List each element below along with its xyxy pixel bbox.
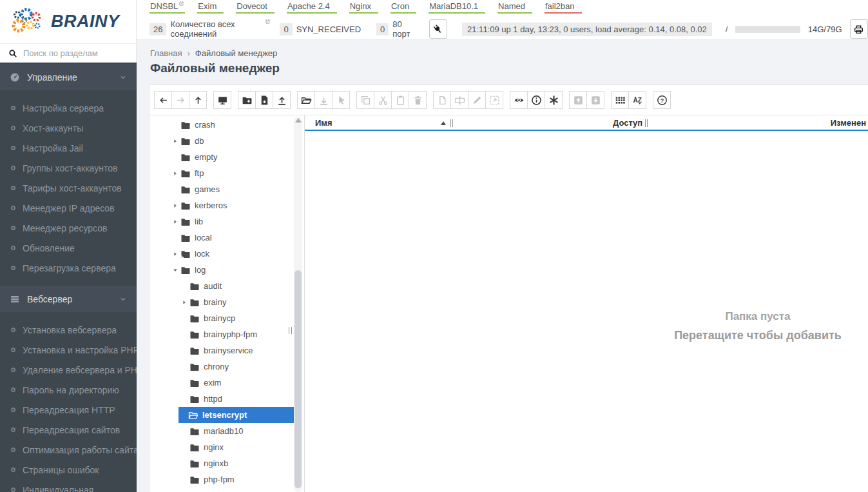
tree-item[interactable]: chrony	[149, 359, 304, 375]
column-header-modified[interactable]: Изменен	[831, 118, 866, 128]
panel-resize-handle[interactable]	[289, 327, 292, 334]
scrollbar-thumb[interactable]	[294, 270, 302, 488]
view-button[interactable]	[510, 91, 528, 109]
duplicate-button[interactable]	[433, 91, 451, 109]
column-header-name[interactable]: Имя	[315, 118, 333, 128]
service-link[interactable]: Nginx	[349, 1, 378, 14]
info-button[interactable]	[527, 91, 545, 109]
upload-button[interactable]	[273, 91, 291, 109]
connections-button[interactable]	[429, 19, 447, 39]
tree-item[interactable]: mariadb10	[149, 423, 304, 439]
copy-button[interactable]	[356, 91, 374, 109]
sidebar-section-webserver[interactable]: Вебсервер	[0, 286, 137, 312]
up-button[interactable]	[189, 91, 207, 109]
sidebar-item[interactable]: Удаление вебсервера и PHP	[0, 360, 137, 380]
tree-item[interactable]: brainyphp-fpm	[149, 326, 304, 342]
tree-item[interactable]: httpd	[149, 391, 304, 407]
tree-item[interactable]: exim	[149, 375, 304, 391]
download-button[interactable]	[314, 91, 333, 109]
service-link[interactable]: Exim	[197, 1, 224, 14]
expand-icon[interactable]	[172, 202, 180, 209]
tree-item[interactable]: brainycp	[149, 310, 304, 326]
delete-button[interactable]	[409, 91, 427, 109]
tree-item[interactable]: nginxb	[149, 455, 304, 471]
sidebar-item[interactable]: Пароль на директорию	[0, 380, 137, 400]
sidebar-item[interactable]: Переадресация HTTP	[0, 400, 137, 420]
tree-item[interactable]: audit	[149, 278, 304, 294]
sidebar-item[interactable]: Тарифы хост-аккаунтов	[0, 178, 137, 198]
permissions-button[interactable]	[545, 91, 563, 109]
tree-item[interactable]: local	[149, 230, 304, 246]
tree-item[interactable]: ftp	[149, 165, 304, 181]
tree-item[interactable]: db	[149, 133, 304, 149]
disk-report-button[interactable]	[850, 19, 868, 39]
search-input[interactable]	[23, 48, 128, 58]
sort-button[interactable]: AZ	[628, 91, 646, 109]
expand-icon[interactable]	[172, 251, 180, 257]
service-link[interactable]: fail2ban	[545, 1, 582, 14]
sidebar-item[interactable]: Оптимизация работы сайта	[0, 440, 137, 460]
sidebar-item[interactable]: Обновление	[0, 238, 137, 258]
service-link[interactable]: MariaDB10.1	[429, 1, 485, 14]
column-resize-handle[interactable]	[645, 119, 648, 127]
column-resize-handle[interactable]	[450, 119, 453, 127]
service-link[interactable]: DNSBL	[149, 1, 185, 14]
archive-button[interactable]	[569, 91, 587, 109]
tree-item[interactable]: games	[149, 181, 304, 197]
stat-badge[interactable]: 0 80 порт	[376, 19, 421, 39]
sidebar-item[interactable]: Настройка Jail	[0, 138, 137, 158]
new-folder-button[interactable]	[238, 91, 256, 109]
sidebar-item[interactable]: Группы хост-аккаунтов	[0, 158, 137, 178]
expand-icon[interactable]	[172, 170, 180, 177]
edit-button[interactable]	[468, 91, 486, 109]
tree-item[interactable]: brainyservice	[149, 342, 304, 359]
tree-item[interactable]: letsencrypt	[149, 407, 304, 423]
tree-item[interactable]: php-fpm	[149, 471, 304, 487]
new-file-button[interactable]	[255, 91, 273, 109]
sidebar-item[interactable]: Переадресация сайтов	[0, 420, 137, 440]
sidebar-item[interactable]: Менеджер ресурсов	[0, 218, 137, 238]
breadcrumb-home[interactable]: Главная	[150, 48, 182, 58]
back-button[interactable]	[154, 91, 172, 109]
sidebar-section-management[interactable]: Управление	[0, 64, 137, 90]
remote-connection-button[interactable]	[213, 91, 231, 109]
sidebar-item[interactable]: Настройка сервера	[0, 98, 137, 118]
forward-button[interactable]	[171, 91, 189, 109]
select-button[interactable]	[332, 91, 350, 109]
help-button[interactable]: ?	[653, 91, 671, 109]
tree-scrollbar[interactable]	[294, 117, 302, 492]
expand-icon[interactable]	[172, 219, 180, 225]
service-link[interactable]: Cron	[391, 1, 416, 14]
tree-item[interactable]: kerberos	[149, 197, 304, 213]
unarchive-button[interactable]	[586, 91, 604, 109]
sidebar-item[interactable]: Установка и настройка PHP	[0, 340, 137, 360]
grid-view-button[interactable]	[611, 91, 629, 109]
cut-button[interactable]	[374, 91, 392, 109]
sidebar-item[interactable]: Страницы ошибок	[0, 460, 137, 480]
open-folder-button[interactable]	[297, 91, 315, 109]
expand-icon[interactable]	[172, 267, 180, 273]
tree-item[interactable]: crash	[149, 117, 304, 133]
tree-item[interactable]: nginx	[149, 439, 304, 455]
stat-badge[interactable]: 26 Количество всех соединений	[149, 19, 271, 39]
column-header-access[interactable]: Доступ	[613, 118, 642, 128]
service-link[interactable]: Named	[497, 1, 532, 14]
tree-item[interactable]: lock	[149, 246, 304, 262]
tree-item[interactable]: php71-fpm	[149, 487, 304, 492]
logo[interactable]: BRAINY	[0, 0, 137, 43]
scrollbar-up-icon[interactable]	[295, 118, 302, 123]
sidebar-item[interactable]: Хост-аккаунты	[0, 118, 137, 138]
expand-icon[interactable]	[181, 299, 189, 306]
sidebar-item[interactable]: Перезагрузка сервера	[0, 258, 137, 278]
sidebar-item[interactable]: Установка вебсервера	[0, 320, 137, 340]
tree-item[interactable]: lib	[149, 213, 304, 230]
tree-item[interactable]: empty	[149, 149, 304, 165]
service-link[interactable]: Dovecot	[236, 1, 275, 14]
extract-move-button[interactable]	[485, 91, 503, 109]
service-link[interactable]: Apache 2.4	[287, 1, 337, 14]
stat-badge[interactable]: 0 SYN_RECEIVED	[280, 23, 367, 35]
paste-button[interactable]	[391, 91, 409, 109]
tree-item[interactable]: log	[149, 262, 304, 278]
tree-item[interactable]: brainy	[149, 294, 304, 310]
expand-icon[interactable]	[172, 138, 180, 144]
